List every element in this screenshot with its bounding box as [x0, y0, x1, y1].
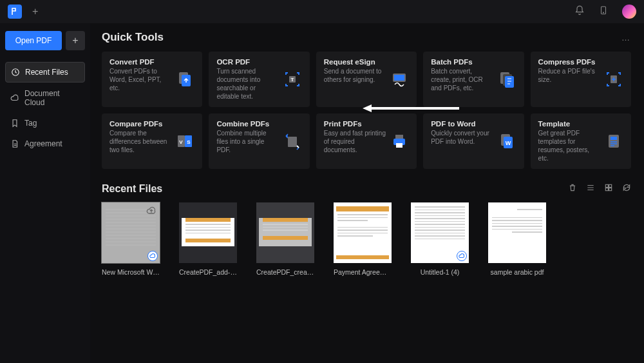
tool-title: Combine PDFs	[216, 120, 278, 128]
tool-desc: Get great PDF templates for resumes, pos…	[538, 129, 600, 162]
open-pdf-button[interactable]: Open PDF	[5, 31, 62, 50]
delete-icon[interactable]	[568, 183, 577, 195]
svg-text:S: S	[187, 139, 191, 145]
sidebar-item-label: Agreement	[24, 139, 62, 148]
compare-icon: VS	[175, 132, 194, 151]
file-thumbnail	[102, 202, 160, 263]
recent-files-title: Recent Files	[102, 183, 162, 195]
compress-icon	[604, 70, 623, 89]
tool-desc: Reduce a PDF file's size.	[538, 67, 600, 84]
file-thumbnail	[179, 202, 237, 263]
svg-text:V: V	[180, 139, 184, 145]
print-icon	[390, 132, 409, 151]
cloud-sync-icon	[457, 251, 467, 261]
sidebar-item-recent-files[interactable]: Recent Files	[5, 62, 85, 83]
svg-point-1	[603, 12, 603, 13]
new-file-button[interactable]: +	[66, 31, 85, 50]
sidebar-item-label: Document Cloud	[24, 89, 80, 107]
file-name: sample arabic pdf	[488, 268, 546, 276]
list-view-icon[interactable]	[586, 183, 595, 195]
svg-text:T: T	[290, 77, 294, 83]
bookmark-icon	[10, 119, 19, 128]
svg-rect-25	[611, 137, 617, 140]
file-name: Untitled-1 (4)	[411, 268, 469, 276]
clock-icon	[11, 68, 20, 77]
sidebar-item-label: Recent Files	[25, 68, 68, 77]
sidebar-item-document-cloud[interactable]: Document Cloud	[5, 84, 85, 112]
tool-title: Compare PDFs	[109, 120, 171, 128]
recent-files-actions	[568, 183, 631, 195]
quick-tools-grid: Convert PDF Convert PDFs to Word, Excel,…	[102, 52, 631, 169]
tool-batch-pdfs[interactable]: Batch PDFs Batch convert, create, print,…	[423, 52, 524, 107]
tool-compress-pdfs[interactable]: Compress PDFs Reduce a PDF file's size.	[531, 52, 631, 107]
esign-icon	[390, 70, 409, 89]
tool-request-esign[interactable]: Request eSign Send a document to others …	[316, 52, 417, 107]
titlebar-right	[574, 5, 636, 19]
tool-convert-pdf[interactable]: Convert PDF Convert PDFs to Word, Excel,…	[102, 52, 202, 107]
main: Open PDF + Recent Files Document Cloud T…	[0, 23, 644, 363]
tool-title: Batch PDFs	[431, 58, 493, 66]
sidebar: Open PDF + Recent Files Document Cloud T…	[0, 23, 90, 363]
file-item[interactable]: CreatePDF_add-si…	[179, 202, 237, 276]
refresh-icon[interactable]	[622, 183, 631, 195]
tool-desc: Batch convert, create, print, OCR and PD…	[431, 67, 493, 92]
titlebar: +	[0, 0, 644, 23]
document-icon	[10, 139, 19, 148]
phone-icon[interactable]	[599, 5, 608, 18]
svg-rect-11	[505, 76, 514, 88]
grid-view-icon[interactable]	[604, 183, 613, 195]
sidebar-item-label: Tag	[24, 119, 37, 128]
tool-print-pdfs[interactable]: Print PDFs Easy and fast printing of req…	[316, 113, 417, 169]
file-thumbnail	[334, 202, 392, 263]
tool-title: Print PDFs	[324, 120, 386, 128]
recent-files-grid: New Microsoft Wo… CreatePDF_add-si…	[102, 202, 631, 276]
file-item[interactable]: sample arabic pdf	[488, 202, 546, 276]
user-avatar[interactable]	[622, 5, 636, 19]
add-tab-button[interactable]: +	[32, 6, 38, 17]
file-name: CreatePDF_add-si…	[179, 268, 237, 276]
recent-files-header: Recent Files	[102, 183, 631, 195]
quick-tools-header: Quick Tools …	[102, 31, 631, 44]
tool-compare-pdfs[interactable]: Compare PDFs Compare the differences bet…	[102, 113, 202, 169]
sidebar-item-agreement[interactable]: Agreement	[5, 134, 85, 153]
file-item[interactable]: New Microsoft Wo…	[102, 202, 160, 276]
combine-icon	[283, 132, 302, 151]
upload-cloud-icon	[146, 205, 157, 217]
quick-tools-title: Quick Tools	[102, 31, 164, 44]
svg-rect-31	[609, 188, 612, 191]
app-logo[interactable]	[8, 5, 22, 19]
file-name: CreatePDF_create…	[256, 268, 314, 276]
convert-icon	[175, 70, 194, 89]
tool-template[interactable]: Template Get great PDF templates for res…	[531, 113, 631, 169]
file-name: Payment Agreement	[334, 268, 392, 276]
svg-text:W: W	[505, 140, 511, 146]
tool-title: OCR PDF	[216, 58, 278, 66]
svg-rect-18	[395, 135, 403, 139]
file-item[interactable]: Untitled-1 (4)	[411, 202, 469, 276]
tool-title: Request eSign	[324, 58, 386, 66]
tool-desc: Easy and fast printing of required docum…	[324, 129, 386, 154]
tool-desc: Compare the differences between two file…	[109, 129, 171, 154]
tool-desc: Convert PDFs to Word, Excel, PPT, etc.	[109, 67, 171, 92]
tool-desc: Send a document to others for signing.	[324, 67, 386, 84]
tool-combine-pdfs[interactable]: Combine PDFs Combine multiple files into…	[209, 113, 309, 169]
tool-title: Compress PDFs	[538, 58, 600, 66]
notification-icon[interactable]	[574, 5, 585, 18]
tool-desc: Turn scanned documents into searchable o…	[216, 67, 278, 101]
svg-rect-20	[396, 143, 402, 148]
sidebar-item-tag[interactable]: Tag	[5, 113, 85, 133]
quick-tools-more[interactable]: …	[621, 33, 631, 43]
file-thumbnail	[256, 202, 314, 263]
tool-pdf-to-word[interactable]: PDF to Word Quickly convert your PDF int…	[423, 113, 524, 169]
titlebar-left: +	[8, 5, 38, 19]
svg-rect-30	[605, 188, 608, 191]
file-item[interactable]: Payment Agreement	[334, 202, 392, 276]
file-item[interactable]: CreatePDF_create…	[256, 202, 314, 276]
svg-rect-29	[609, 184, 612, 187]
sidebar-top: Open PDF +	[5, 31, 85, 50]
file-name: New Microsoft Wo…	[102, 268, 160, 276]
content: Quick Tools … Convert PDF Convert PDFs t…	[90, 23, 644, 363]
ocr-icon: T	[283, 70, 302, 89]
tool-ocr-pdf[interactable]: OCR PDF Turn scanned documents into sear…	[209, 52, 309, 107]
template-icon	[604, 132, 623, 151]
